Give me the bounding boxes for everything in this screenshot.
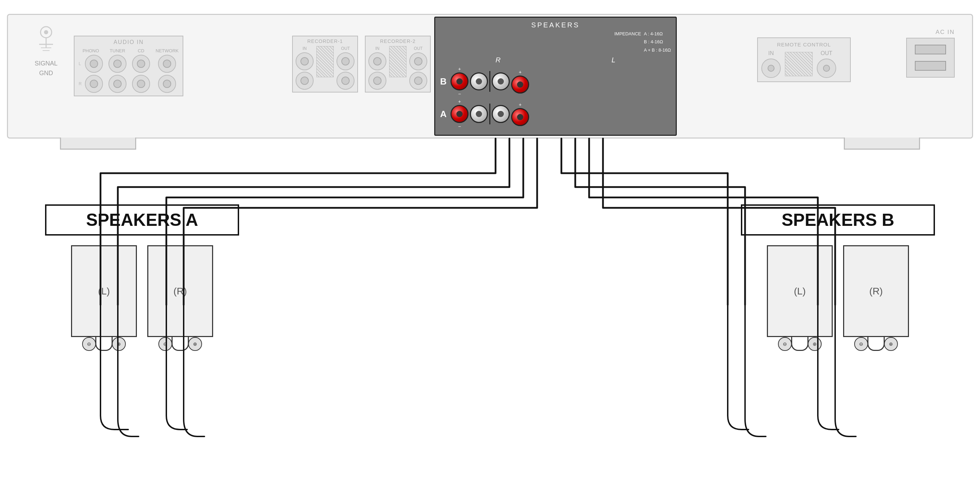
a-l-pos-post[interactable]: ⊕ <box>112 337 126 351</box>
phono-l-sign: L <box>79 61 84 66</box>
phono-r-jack[interactable] <box>85 75 103 93</box>
a-r-neg-bottom-post[interactable]: ⊖ <box>158 337 172 351</box>
a-r-connector-hook <box>172 337 189 351</box>
network-l-jack[interactable] <box>158 55 176 73</box>
remote-in-jack[interactable] <box>761 59 781 78</box>
recorder1-label: RECORDER-1 <box>296 38 355 44</box>
network-label: NETWORK <box>156 48 178 53</box>
network-r-jack[interactable] <box>158 75 176 93</box>
a-r-pos-bottom-wrap: ⊕ <box>188 337 202 351</box>
recorder1-out-r[interactable] <box>336 72 355 90</box>
speaker-a-left-label: (L) <box>98 286 110 297</box>
recorder2-in-l[interactable] <box>368 52 387 70</box>
tuner-r-jack[interactable] <box>108 75 126 93</box>
network-jacks <box>158 55 176 93</box>
a-r-neg-terminal[interactable] <box>470 105 488 123</box>
ac-socket <box>906 38 955 78</box>
recorder1-out: OUT <box>336 46 355 90</box>
l-channel-label: L <box>612 56 616 64</box>
a-l-pos-wrap: + <box>511 102 529 126</box>
speaker-b-right-label: (R) <box>869 286 883 297</box>
amp-foot-right <box>844 138 920 149</box>
recorder2-out: OUT <box>409 46 427 90</box>
bank-a-terminals: + − + <box>450 99 671 129</box>
a-l-neg-wrap: ⊖ <box>82 337 96 351</box>
a-r-pos-wrap: + − <box>450 99 469 129</box>
audio-in-label: AUDIO IN <box>79 39 178 45</box>
b-l-pos-terminal[interactable] <box>511 76 529 94</box>
sp-divider2 <box>489 103 490 124</box>
remote-out-jack[interactable] <box>817 59 836 78</box>
speakers-b-title: SPEAKERS B <box>741 204 935 235</box>
recorder2-io: IN OUT <box>368 46 427 90</box>
b-r-pos-bottom-post[interactable]: ⊕ <box>884 337 898 351</box>
speakers-a-title: SPEAKERS A <box>45 204 239 235</box>
cd-jacks <box>132 55 150 93</box>
sp-divider1 <box>489 71 490 92</box>
bank-a-label: A <box>440 109 449 119</box>
phono-jacks: L R <box>79 55 103 93</box>
speaker-a-left-terminals: ⊖ ⊕ <box>82 337 126 351</box>
a-r-pos-bottom-post[interactable]: ⊕ <box>188 337 202 351</box>
speaker-a-right-unit: (R) ⊖ ⊕ <box>147 245 213 351</box>
audio-in-section: AUDIO IN PHONO L R <box>74 36 183 96</box>
tuner-input: TUNER <box>108 48 126 93</box>
b-l-pos-wrap: + <box>511 69 529 94</box>
b-r-neg-bottom-post[interactable]: ⊖ <box>854 337 868 351</box>
b-l-neg-bottom-post[interactable]: ⊖ <box>778 337 792 351</box>
svg-point-1 <box>44 30 48 34</box>
b-r-connector-hook <box>867 337 885 351</box>
tuner-l-jack[interactable] <box>108 55 126 73</box>
network-input: NETWORK <box>156 48 178 93</box>
signal-gnd-label: SIGNAL <box>25 60 67 68</box>
cd-l-jack[interactable] <box>132 55 150 73</box>
ac-in-section: AC IN <box>896 29 955 78</box>
recorder2-in-r[interactable] <box>368 72 387 90</box>
recorder2-out-l[interactable] <box>409 52 427 70</box>
recorder1-in-l[interactable] <box>296 52 313 70</box>
speaker-a-left-unit: (L) ⊖ ⊕ <box>71 245 137 351</box>
diagram-container: SIGNAL GND AUDIO IN PHONO L R <box>0 0 980 504</box>
speakers-panel-title: SPEAKERS <box>440 21 671 29</box>
tuner-label: TUNER <box>110 48 126 53</box>
impedance-values: A : 4-16Ω B : 4-16Ω A + B : 8-16Ω <box>644 30 671 54</box>
cd-input: CD <box>132 48 150 93</box>
b-r-pos-terminal[interactable] <box>450 72 469 91</box>
a-l-neg-terminal[interactable] <box>492 105 510 123</box>
a-r-pos-terminal[interactable] <box>450 105 469 123</box>
recorder2-section: RECORDER-2 IN OUT <box>365 36 431 92</box>
ac-slot-top <box>915 45 946 54</box>
recorder2-out-r[interactable] <box>409 72 427 90</box>
impedance-heading: IMPEDANCE <box>614 31 641 37</box>
remote-control-io: IN OUT <box>761 50 846 78</box>
impedance-a: A : 4-16Ω <box>644 30 671 38</box>
a-l-pos-terminal[interactable] <box>511 108 529 126</box>
remote-in-label: IN <box>768 50 774 56</box>
ac-slot-bottom <box>915 61 946 71</box>
phono-l-jack[interactable] <box>85 55 103 73</box>
bank-b-label: B <box>440 76 449 87</box>
b-l-pos-bottom-post[interactable]: ⊕ <box>808 337 822 351</box>
cd-label: CD <box>138 48 145 53</box>
speaker-b-left-terminals: ⊖ ⊕ <box>778 337 822 351</box>
cd-r-jack[interactable] <box>132 75 150 93</box>
bank-b-terminals: + − + <box>450 66 671 97</box>
recorder2-in: IN <box>368 46 387 90</box>
b-r-pos-wrap: + − <box>450 66 469 97</box>
phono-label: PHONO <box>83 48 99 53</box>
speaker-b-left-box: (L) <box>767 245 833 337</box>
amp-foot-left <box>60 138 136 149</box>
b-l-neg-terminal[interactable] <box>492 72 510 91</box>
speaker-a-right-terminals: ⊖ ⊕ <box>158 337 202 351</box>
a-l-connector-hook <box>95 337 113 351</box>
recorder1-out-l[interactable] <box>336 52 355 70</box>
a-l-neg-post[interactable]: ⊖ <box>82 337 96 351</box>
recorder1-in-label: IN <box>302 46 307 51</box>
remote-out-group: OUT <box>817 50 836 78</box>
speakers-panel: SPEAKERS IMPEDANCE A : 4-16Ω B : 4-16Ω A… <box>434 17 677 136</box>
impedance-b: B : 4-16Ω <box>644 38 671 46</box>
recorder1-in-r[interactable] <box>296 72 313 90</box>
speakers-a-section: SPEAKERS A (L) ⊖ ⊕ <box>45 204 239 351</box>
b-r-neg-terminal[interactable] <box>470 72 488 91</box>
a-r-pos-sign: + <box>458 99 461 104</box>
